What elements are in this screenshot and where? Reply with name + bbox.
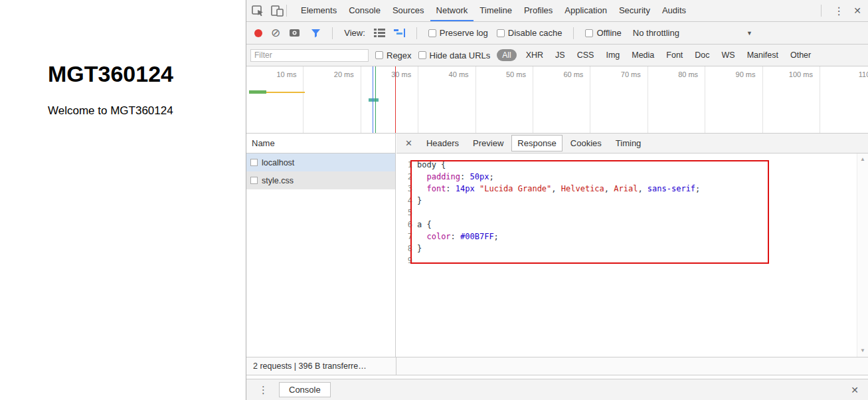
preserve-log-checkbox[interactable]: Preserve log — [428, 28, 488, 38]
checkbox-icon[interactable] — [497, 29, 505, 37]
network-requests-area: Name localhost style.css ✕ Headers Previ… — [246, 134, 868, 357]
timeline-tick: 10 ms — [246, 66, 304, 133]
screenshot-camera-icon[interactable] — [289, 28, 302, 38]
filter-type-font[interactable]: Font — [663, 50, 685, 60]
status-divider — [396, 357, 396, 375]
checkbox-icon[interactable] — [375, 51, 383, 59]
domcontentloaded-marker — [373, 66, 373, 133]
tab-application[interactable]: Application — [559, 0, 613, 21]
tab-security[interactable]: Security — [613, 0, 656, 21]
checkbox-icon[interactable] — [428, 29, 436, 37]
detail-tab-strip: ✕ Headers Preview Response Cookies Timin… — [396, 134, 868, 153]
stylesheet-file-icon — [250, 177, 258, 184]
regex-checkbox[interactable]: Regex — [375, 50, 412, 60]
detail-tab-preview[interactable]: Preview — [467, 135, 509, 151]
detail-close-icon[interactable]: ✕ — [399, 138, 418, 148]
filter-input[interactable] — [250, 49, 369, 62]
tab-profiles[interactable]: Profiles — [518, 0, 559, 21]
code-line: padding: 50px; — [417, 171, 700, 183]
timeline-tick: 50 ms — [476, 66, 533, 133]
filter-type-doc[interactable]: Doc — [692, 50, 712, 60]
drawer-close-icon[interactable]: ✕ — [851, 385, 859, 395]
detail-tab-response[interactable]: Response — [511, 135, 563, 151]
code-gutter: 123456789 — [396, 159, 412, 266]
response-scrollbar[interactable]: ▲ ▼ — [857, 153, 868, 357]
toolbar-separator — [573, 27, 574, 39]
timeline-tick: 110 — [820, 66, 868, 133]
code-line: body { — [417, 159, 700, 171]
name-column-header[interactable]: Name — [246, 134, 395, 153]
timeline-tick: 60 ms — [533, 66, 590, 133]
filter-type-js[interactable]: JS — [553, 50, 568, 60]
offline-checkbox[interactable]: Offline — [585, 28, 621, 38]
waterfall-bar-localhost-tail — [266, 92, 305, 93]
device-toolbar-icon[interactable] — [271, 5, 284, 17]
filter-type-ws[interactable]: WS — [719, 50, 738, 60]
hide-data-urls-checkbox[interactable]: Hide data URLs — [418, 50, 491, 60]
code-lines: body { padding: 50px; font: 14px "Lucida… — [412, 159, 700, 266]
waterfall-bar-localhost — [249, 90, 266, 94]
scroll-up-icon[interactable]: ▲ — [860, 157, 865, 162]
filter-type-media[interactable]: Media — [629, 50, 657, 60]
tab-timeline[interactable]: Timeline — [474, 0, 518, 21]
inspect-element-icon[interactable] — [252, 5, 264, 17]
code-line: } — [417, 195, 700, 207]
filter-type-manifest[interactable]: Manifest — [744, 50, 781, 60]
filter-type-img[interactable]: Img — [603, 50, 622, 60]
drawer-tab-console[interactable]: Console — [279, 382, 331, 397]
code-line: color: #00B7FF; — [417, 231, 700, 243]
code-line — [417, 207, 700, 219]
throttling-select[interactable]: No throttling ▼ — [633, 28, 752, 38]
filter-type-all[interactable]: All — [497, 49, 516, 61]
browser-page: MGT360124 Welcome to MGT360124 — [0, 0, 246, 400]
load-event-marker — [395, 66, 396, 133]
toolbar-separator — [332, 27, 333, 39]
view-label: View: — [344, 28, 365, 38]
tab-sources[interactable]: Sources — [387, 0, 430, 21]
devtools-close-icon[interactable]: ✕ — [853, 5, 861, 16]
devtools-menu-icon[interactable]: ⋮ — [833, 5, 844, 17]
timeline-ruler: 10 ms 20 ms 30 ms 40 ms 50 ms 60 ms 70 m… — [246, 66, 868, 133]
filter-type-xhr[interactable]: XHR — [523, 50, 546, 60]
detail-tab-timing[interactable]: Timing — [610, 135, 648, 151]
response-viewer: 123456789 body { padding: 50px; font: 14… — [396, 153, 868, 357]
filter-type-other[interactable]: Other — [788, 50, 814, 60]
requests-summary: 2 requests | 396 B transferre… — [253, 361, 367, 371]
throttling-value: No throttling — [633, 28, 679, 38]
page-welcome-text: Welcome to MGT360124 — [48, 104, 173, 118]
request-name: style.css — [262, 176, 294, 185]
filter-funnel-icon[interactable] — [311, 29, 321, 38]
code-line: a { — [417, 219, 700, 231]
tab-console[interactable]: Console — [343, 0, 387, 21]
toolbar-separator — [286, 5, 287, 17]
hide-data-urls-label: Hide data URLs — [430, 50, 491, 60]
regex-label: Regex — [387, 50, 412, 60]
clear-icon[interactable]: ⊘ — [271, 27, 280, 39]
disable-cache-checkbox[interactable]: Disable cache — [497, 28, 563, 38]
filter-type-css[interactable]: CSS — [574, 50, 597, 60]
waterfall-view-icon[interactable] — [394, 29, 405, 37]
scroll-down-icon[interactable]: ▼ — [860, 348, 865, 353]
toolbar-separator — [416, 27, 417, 39]
checkbox-icon[interactable] — [585, 29, 593, 37]
tab-audits[interactable]: Audits — [656, 0, 692, 21]
record-button[interactable] — [254, 29, 262, 37]
network-filter-toolbar: Regex Hide data URLs All XHR JS CSS Img … — [246, 45, 868, 66]
tab-network[interactable]: Network — [430, 0, 474, 21]
timeline-tick: 80 ms — [648, 66, 705, 133]
timeline-tick: 70 ms — [590, 66, 648, 133]
code-line — [417, 254, 700, 266]
request-row-localhost[interactable]: localhost — [246, 153, 395, 171]
request-row-stylecss[interactable]: style.css — [246, 171, 395, 189]
tab-elements[interactable]: Elements — [295, 0, 343, 21]
checkbox-icon[interactable] — [418, 51, 426, 59]
code-line: font: 14px "Lucida Grande", Helvetica, A… — [417, 183, 700, 195]
timeline-tick: 40 ms — [418, 66, 476, 133]
preserve-log-label: Preserve log — [440, 28, 488, 38]
detail-tab-cookies[interactable]: Cookies — [564, 135, 608, 151]
detail-tab-headers[interactable]: Headers — [420, 135, 465, 151]
code-line: } — [417, 243, 700, 254]
drawer-menu-icon[interactable]: ⋮ — [253, 384, 274, 396]
list-view-icon[interactable] — [374, 29, 385, 37]
network-overview-timeline[interactable]: 10 ms 20 ms 30 ms 40 ms 50 ms 60 ms 70 m… — [246, 66, 868, 134]
